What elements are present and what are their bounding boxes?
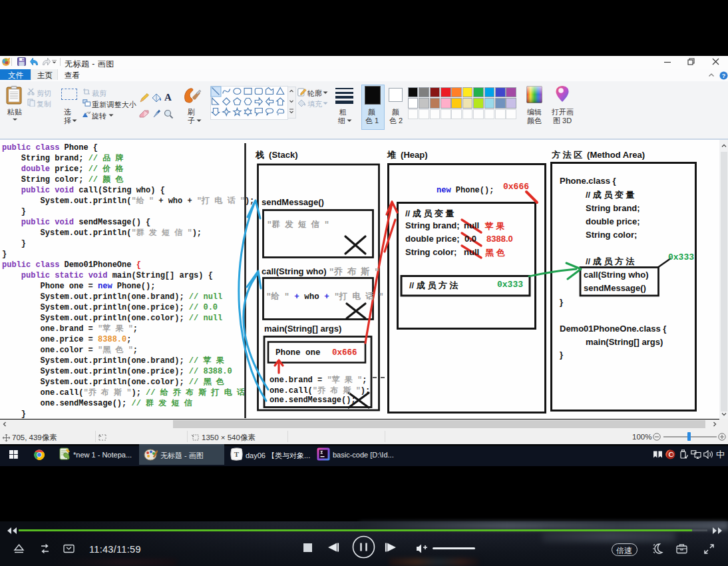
svg-text:T: T <box>234 450 240 458</box>
